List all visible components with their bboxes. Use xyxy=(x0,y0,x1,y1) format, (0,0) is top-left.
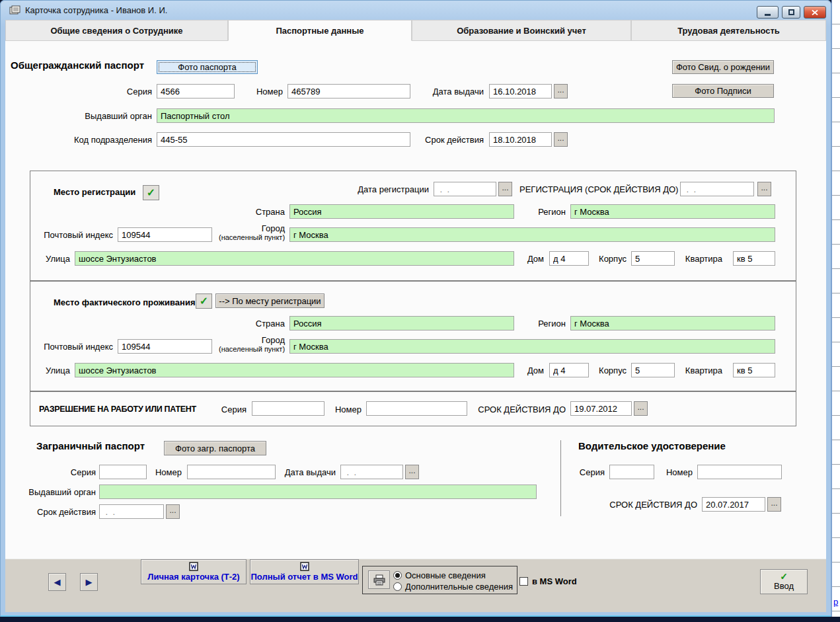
reg-region-label: Регион xyxy=(526,207,566,217)
res-city-input[interactable] xyxy=(289,339,775,354)
res-region-input[interactable] xyxy=(570,316,775,330)
window-icon xyxy=(9,5,20,15)
dl-number-label: Номер xyxy=(653,467,693,477)
dl-series-input[interactable] xyxy=(609,465,654,479)
ms-word-checkbox-label: в MS Word xyxy=(532,576,577,586)
registration-date-input[interactable] xyxy=(434,182,496,196)
dl-number-input[interactable] xyxy=(697,465,782,479)
radio-main-info-circle[interactable] xyxy=(393,571,402,580)
res-city-label: Город (населенный пункт) xyxy=(219,335,285,353)
res-building-input[interactable] xyxy=(631,363,675,377)
residence-check-button[interactable]: ✓ xyxy=(196,293,212,309)
reg-street-input[interactable] xyxy=(75,251,514,266)
window-content: Общие сведения о Сотруднике Паспортные д… xyxy=(5,20,826,611)
issue-date-picker-button[interactable]: ... xyxy=(554,84,568,98)
personal-card-t2-button[interactable]: Личная карточка (Т-2) xyxy=(141,559,247,584)
wp-number-input[interactable] xyxy=(366,401,467,416)
residence-title: Место фактического проживания xyxy=(54,297,196,307)
fp-validity-input[interactable] xyxy=(99,504,164,519)
maximize-button[interactable] xyxy=(782,6,800,19)
full-report-ms-word-button[interactable]: Полный отчет в MS Word xyxy=(250,559,359,584)
reg-house-input[interactable] xyxy=(549,251,589,266)
dl-valid-until-picker-button[interactable]: ... xyxy=(767,497,781,512)
wp-valid-until-input[interactable] xyxy=(570,401,632,416)
background-table-strip: р xyxy=(831,0,840,617)
res-house-label: Дом xyxy=(517,366,544,375)
tab-passport-data[interactable]: Паспортные данные xyxy=(228,20,412,41)
radio-main-info[interactable]: Основные сведения xyxy=(393,570,486,580)
tab-education-military[interactable]: Образование и Воинский учет xyxy=(412,20,631,41)
res-apartment-input[interactable] xyxy=(733,363,775,377)
reg-apartment-input[interactable] xyxy=(733,251,775,266)
residence-groupbox: Место фактического проживания ✓ --> По м… xyxy=(30,281,796,391)
registration-check-button[interactable]: ✓ xyxy=(143,185,159,200)
signature-photo-button[interactable]: Фото Подписи xyxy=(672,84,774,98)
registration-valid-until-input[interactable] xyxy=(680,182,754,196)
wp-series-input[interactable] xyxy=(252,401,325,416)
enter-button-label: Ввод xyxy=(774,581,794,591)
screen: р Карточка сотрудника - Иванов И. И. Общ… xyxy=(0,0,840,622)
foreign-passport-photo-button[interactable]: Фото загр. паспорта xyxy=(164,441,266,455)
minimize-button[interactable] xyxy=(757,6,779,19)
registration-date-picker-button[interactable]: ... xyxy=(498,182,512,196)
fp-series-label: Серия xyxy=(56,467,96,477)
issue-date-input[interactable] xyxy=(489,84,552,98)
reg-city-input[interactable] xyxy=(289,227,775,242)
enter-button[interactable]: ✓ Ввод xyxy=(760,569,808,594)
window-controls xyxy=(757,6,826,19)
fp-validity-label: Срок действия xyxy=(30,507,96,517)
section-divider xyxy=(560,440,561,516)
fp-authority-input[interactable] xyxy=(99,485,537,499)
ms-word-checkbox[interactable] xyxy=(519,577,528,586)
validity-label: Срок действия xyxy=(418,135,484,145)
previous-record-button[interactable]: ◀ xyxy=(48,573,66,591)
res-city-label-main: Город xyxy=(262,335,285,345)
reg-country-input[interactable] xyxy=(289,204,514,219)
division-code-input[interactable] xyxy=(157,132,410,147)
reg-city-label-sub: (населенный пункт) xyxy=(219,233,285,241)
tab-bar: Общие сведения о Сотруднике Паспортные д… xyxy=(5,20,826,41)
authority-label: Выдавший орган xyxy=(66,111,152,121)
res-country-label: Страна xyxy=(245,319,285,329)
res-street-input[interactable] xyxy=(75,363,514,377)
radio-additional-info[interactable]: Дополнительные сведения xyxy=(393,582,513,592)
window-title: Карточка сотрудника - Иванов И. И. xyxy=(25,5,167,15)
close-button[interactable] xyxy=(804,6,826,19)
fp-issue-date-picker-button[interactable]: ... xyxy=(405,465,419,479)
wp-valid-until-picker-button[interactable]: ... xyxy=(634,401,648,416)
fp-issue-date-input[interactable] xyxy=(340,465,403,479)
authority-input[interactable] xyxy=(157,108,775,123)
civil-passport-title: Общегражданский паспорт xyxy=(11,59,144,71)
word-doc-icon xyxy=(189,562,198,571)
res-city-label-sub: (населенный пункт) xyxy=(219,345,285,353)
title-bar[interactable]: Карточка сотрудника - Иванов И. И. xyxy=(0,0,831,20)
fp-validity-picker-button[interactable]: ... xyxy=(166,504,180,519)
reg-building-input[interactable] xyxy=(631,251,675,266)
radio-additional-info-circle[interactable] xyxy=(393,582,402,591)
print-button[interactable] xyxy=(368,570,390,589)
fp-series-input[interactable] xyxy=(99,465,147,479)
background-link-fragment: р xyxy=(833,597,838,607)
registration-valid-until-picker-button[interactable]: ... xyxy=(757,182,771,196)
res-postal-input[interactable] xyxy=(118,339,212,354)
reg-country-label: Страна xyxy=(245,207,285,217)
reg-postal-input[interactable] xyxy=(118,227,212,242)
reg-region-input[interactable] xyxy=(570,204,775,219)
dl-valid-until-input[interactable] xyxy=(702,497,765,512)
copy-from-registration-button[interactable]: --> По месту регистрации xyxy=(215,293,325,308)
next-record-button[interactable]: ▶ xyxy=(80,573,98,591)
number-input[interactable] xyxy=(287,84,410,98)
passport-photo-button[interactable]: Фото паспорта xyxy=(157,60,258,74)
tab-work-activity[interactable]: Трудовая деятельность xyxy=(631,20,826,41)
validity-date-picker-button[interactable]: ... xyxy=(554,132,568,147)
birth-certificate-photo-button[interactable]: Фото Свид. о рождении xyxy=(672,60,774,74)
number-label: Номер xyxy=(223,87,283,97)
res-country-input[interactable] xyxy=(289,316,514,330)
res-house-input[interactable] xyxy=(549,363,589,377)
full-report-ms-word-label: Полный отчет в MS Word xyxy=(250,572,358,582)
registration-title: Место регистрации xyxy=(54,187,135,197)
tab-general-info[interactable]: Общие сведения о Сотруднике xyxy=(5,20,228,41)
validity-input[interactable] xyxy=(489,132,552,147)
fp-number-input[interactable] xyxy=(187,465,276,479)
radio-main-info-label: Основные сведения xyxy=(405,570,486,580)
